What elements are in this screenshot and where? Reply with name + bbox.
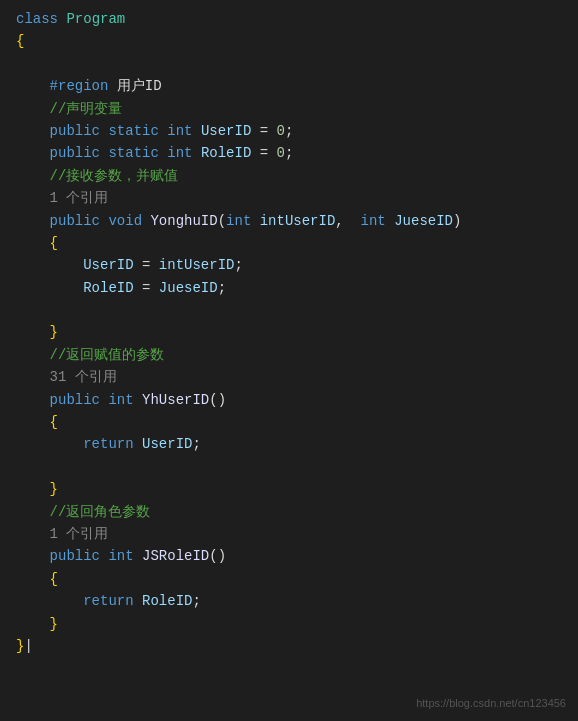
code-line-22: }	[0, 478, 578, 500]
comment-receive: //接收参数，并赋值	[50, 165, 179, 187]
code-line-4: #region 用户ID	[0, 75, 578, 97]
code-line-20: return UserID ;	[0, 433, 578, 455]
code-line-23: //返回角色参数	[0, 501, 578, 523]
region-keyword: #region	[50, 75, 109, 97]
code-line-1: class Program	[0, 8, 578, 30]
code-line-27: return RoleID ;	[0, 590, 578, 612]
comment-declare: //声明变量	[50, 98, 123, 120]
code-line-29: } |	[0, 635, 578, 657]
code-line-5: //声明变量	[0, 98, 578, 120]
code-line-16: //返回赋值的参数	[0, 344, 578, 366]
code-line-14	[0, 299, 578, 321]
ref-count-31: 31 个引用	[50, 366, 117, 388]
code-line-24: 1 个引用	[0, 523, 578, 545]
code-line-13: RoleID = JueseID ;	[0, 277, 578, 299]
code-line-8: //接收参数，并赋值	[0, 165, 578, 187]
code-line-21	[0, 456, 578, 478]
comment-return-role: //返回角色参数	[50, 501, 151, 523]
code-line-6: public static int UserID = 0 ;	[0, 120, 578, 142]
keyword-class: class	[16, 8, 58, 30]
watermark: https://blog.csdn.net/cn123456	[416, 695, 566, 713]
code-line-12: UserID = intUserID ;	[0, 254, 578, 276]
code-line-25: public int JSRoleID ()	[0, 545, 578, 567]
code-line-15: }	[0, 321, 578, 343]
code-line-7: public static int RoleID = 0 ;	[0, 142, 578, 164]
ref-count-1b: 1 个引用	[50, 523, 109, 545]
code-line-28: }	[0, 613, 578, 635]
code-line-19: {	[0, 411, 578, 433]
code-line-2: {	[0, 30, 578, 52]
code-line-10: public void YonghuID ( int intUserID , i…	[0, 210, 578, 232]
region-label: 用户ID	[117, 75, 162, 97]
code-line-9: 1 个引用	[0, 187, 578, 209]
comment-return-val: //返回赋值的参数	[50, 344, 165, 366]
code-editor: class Program { #region 用户ID //声明变量 publ…	[0, 0, 578, 721]
code-line-18: public int YhUserID ()	[0, 389, 578, 411]
ref-count-1: 1 个引用	[50, 187, 109, 209]
code-line-3	[0, 53, 578, 75]
code-line-11: {	[0, 232, 578, 254]
class-name: Program	[66, 8, 125, 30]
code-line-17: 31 个引用	[0, 366, 578, 388]
code-line-26: {	[0, 568, 578, 590]
open-brace: {	[16, 30, 24, 52]
